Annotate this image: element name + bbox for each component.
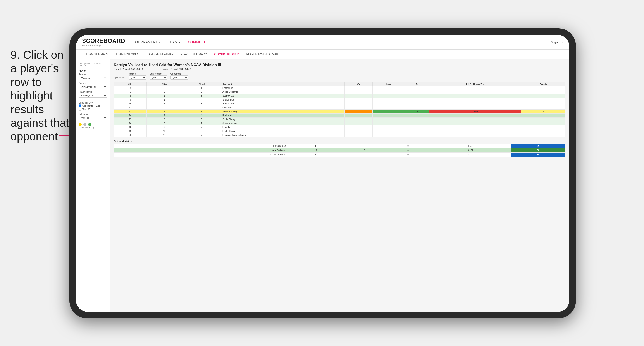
table-cell [521, 114, 565, 118]
table-cell [405, 86, 429, 90]
conference-select[interactable]: (All) [150, 75, 167, 80]
radio-opponents-played[interactable]: Opponents Played [78, 104, 107, 107]
table-cell [405, 129, 429, 133]
nav-tournaments[interactable]: TOURNAMENTS [133, 39, 160, 45]
col-reg: # Reg [146, 82, 182, 86]
table-cell: 9 [114, 98, 147, 102]
radio-top100[interactable]: Top 100 [78, 108, 107, 111]
table-cell: 9 [146, 121, 182, 125]
colour-by-label: Colour by [78, 113, 107, 115]
col-loss: Loss [373, 82, 405, 86]
table-row[interactable]: NCAA Division 25007.40010 [114, 153, 566, 157]
table-cell [430, 129, 521, 133]
player-h2h-table: # Div # Reg # Conf Opponent Win Loss Tie… [114, 82, 566, 137]
table-row[interactable]: 12Heeji Hyun [114, 106, 566, 110]
sidebar-player-rank-select[interactable]: 8. Katelyn Vo [78, 94, 107, 98]
od-tie-cell: 0 [386, 144, 430, 148]
table-row[interactable]: 20117Federica Domecq Lacroze [114, 133, 566, 137]
table-cell: 19 [114, 129, 147, 133]
table-row[interactable]: 1474Eunice Yi [114, 114, 566, 118]
table-row[interactable]: 1311Jessica Huang010-3.002 [114, 110, 566, 114]
tablet-frame: SCOREBOARD Powered by clippi TOURNAMENTS… [70, 28, 576, 318]
table-cell: 7 [182, 133, 221, 137]
colour-section: Colour by Win/loss Down Level Up [78, 113, 107, 129]
table-row[interactable]: 19106Emily Chang [114, 129, 566, 133]
table-cell [430, 133, 521, 137]
table-row[interactable]: 1063Andrea York [114, 102, 566, 106]
od-loss-cell: 0 [343, 148, 386, 153]
table-row[interactable]: NAIA Division 115009.26730 [114, 148, 566, 153]
table-cell: 1 [146, 94, 182, 98]
table-cell [373, 133, 405, 137]
table-row[interactable]: 613Sydney Kuo [114, 94, 566, 98]
table-cell [345, 118, 373, 121]
division-record: Division Record: 331 - 34 - 6 [161, 68, 191, 70]
out-of-div-table: Foreign Team1004.5002NAIA Division 11500… [114, 144, 566, 157]
filters-row: Opponents: Region (All) Conference (All) [114, 73, 566, 80]
table-cell [405, 118, 429, 121]
table-cell [521, 133, 565, 137]
opponent-select[interactable]: (All) [170, 75, 188, 80]
table-cell [405, 98, 429, 102]
sidebar-gender-select[interactable]: Women's [78, 76, 107, 80]
table-cell: Sharon Mun [221, 98, 345, 102]
table-cell [405, 133, 429, 137]
sign-out-button[interactable]: Sign out [551, 40, 563, 44]
od-diff-cell: 7.400 [430, 153, 511, 157]
grid-title: Katelyn Vo Head-to-Head Grid for Women's… [114, 63, 566, 67]
od-loss-cell: 0 [343, 144, 386, 148]
subnav-team-h2h-heatmap[interactable]: TEAM H2H HEATMAP [142, 50, 177, 59]
table-row[interactable]: 31Esther Lee [114, 86, 566, 90]
subnav-team-h2h-grid[interactable]: TEAM H2H GRID [112, 50, 142, 59]
color-dot-up [88, 123, 91, 126]
table-row[interactable]: 1691Jessica Mason [114, 121, 566, 125]
table-row[interactable]: 1585Stella Cheng [114, 118, 566, 121]
od-tie-cell: 0 [386, 148, 430, 153]
table-cell [430, 98, 521, 102]
color-labels: Down Level Up [78, 127, 107, 129]
table-cell [405, 90, 429, 94]
subnav-team-summary[interactable]: TEAM SUMMARY [82, 50, 112, 59]
col-win: Win [345, 82, 373, 86]
table-row[interactable]: Foreign Team1004.5002 [114, 144, 566, 148]
sidebar-player-title: Player [78, 69, 107, 72]
region-select[interactable]: (All) [128, 75, 146, 80]
table-row[interactable]: 914Sharon Mun [114, 98, 566, 102]
table-cell [430, 125, 521, 129]
table-cell: 7 [146, 114, 182, 118]
table-cell: Heeji Hyun [221, 106, 345, 110]
app-header: SCOREBOARD Powered by clippi TOURNAMENTS… [76, 35, 569, 50]
table-cell [345, 133, 373, 137]
od-diff-cell: 4.500 [430, 144, 511, 148]
sub-nav: TEAM SUMMARY TEAM H2H GRID TEAM H2H HEAT… [76, 50, 569, 59]
table-cell [345, 129, 373, 133]
table-cell: Jessica Huang [221, 110, 345, 114]
table-cell: 6 [146, 102, 182, 106]
table-cell [430, 94, 521, 98]
table-row[interactable]: 1822Euna Lee [114, 125, 566, 129]
table-cell [345, 86, 373, 90]
table-cell: 3 [182, 94, 221, 98]
table-cell: 4 [182, 98, 221, 102]
main-content: Last Updated: 27/03/202416:55:28 Player … [76, 59, 569, 312]
table-row[interactable]: 522Alexis Sudjianto [114, 90, 566, 94]
table-cell [430, 121, 521, 125]
subnav-player-h2h-grid[interactable]: PLAYER H2H GRID [210, 50, 243, 59]
od-tie-cell: 0 [386, 153, 430, 157]
sidebar-division-select[interactable]: NCAA Division III [78, 85, 107, 89]
table-cell [345, 121, 373, 125]
od-rounds-cell: 10 [511, 153, 566, 157]
table-cell [345, 106, 373, 110]
table-cell: 18 [114, 125, 147, 129]
table-cell: 1 [182, 110, 221, 114]
table-cell: 12 [114, 106, 147, 110]
colour-by-select[interactable]: Win/loss [78, 116, 107, 120]
table-cell [373, 106, 405, 110]
subnav-player-summary[interactable]: PLAYER SUMMARY [177, 50, 210, 59]
table-cell [521, 121, 565, 125]
table-cell: 0 [405, 110, 429, 114]
table-cell [430, 114, 521, 118]
nav-committee[interactable]: COMMITTEE [188, 39, 209, 45]
subnav-player-h2h-heatmap[interactable]: PLAYER H2H HEATMAP [243, 50, 282, 59]
nav-teams[interactable]: TEAMS [168, 39, 180, 45]
